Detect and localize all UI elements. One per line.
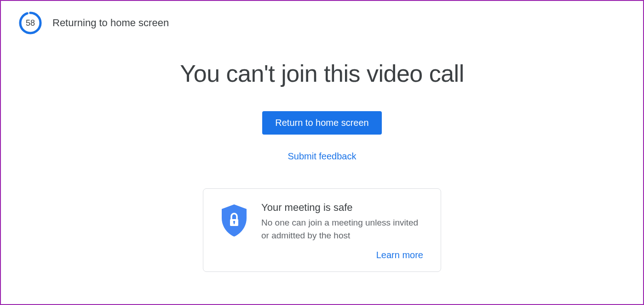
safety-info-card: Your meeting is safe No one can join a m… [203,188,441,272]
return-home-button[interactable]: Return to home screen [262,111,381,135]
learn-more-link[interactable]: Learn more [376,250,423,260]
info-card-description: No one can join a meeting unless invited… [261,216,424,242]
info-text-block: Your meeting is safe No one can join a m… [261,202,424,242]
svg-rect-4 [234,222,235,224]
info-card-title: Your meeting is safe [261,202,424,214]
countdown-value: 58 [26,18,35,28]
main-content: You can't join this video call Return to… [1,1,643,272]
countdown-timer: 58 [18,11,42,35]
shield-lock-icon [220,203,248,237]
countdown-label: Returning to home screen [52,17,169,29]
countdown-bar: 58 Returning to home screen [18,11,169,35]
info-card-body: Your meeting is safe No one can join a m… [220,202,424,242]
submit-feedback-link[interactable]: Submit feedback [288,151,356,162]
page-title: You can't join this video call [180,60,464,87]
